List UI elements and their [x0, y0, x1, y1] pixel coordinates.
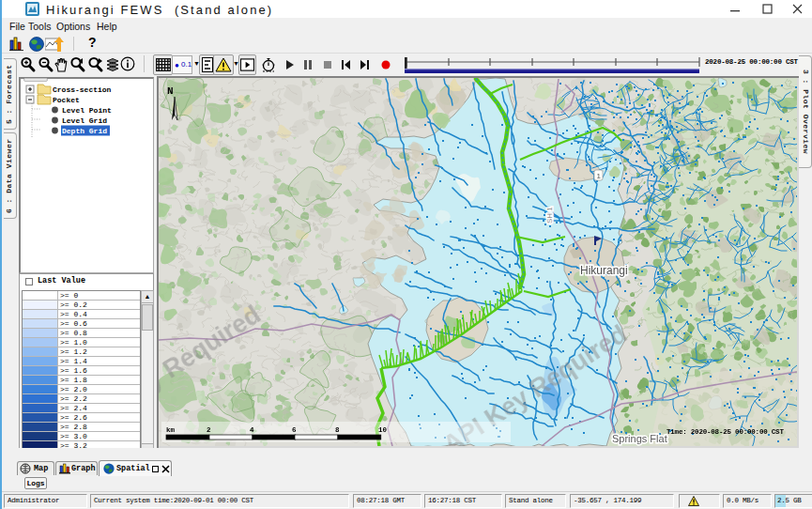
svg-text:Cross-section: Cross-section [53, 85, 112, 94]
svg-text:Level Point: Level Point [62, 106, 112, 115]
svg-text:Time: 2020-08-25 00:00:00 CST: Time: 2020-08-25 00:00:00 CST [666, 428, 784, 436]
svg-text:N: N [167, 85, 174, 97]
svg-text:SH 1: SH 1 [545, 207, 554, 224]
svg-text:1: 1 [597, 172, 602, 180]
svg-text:Hikurangi: Hikurangi [580, 264, 628, 277]
svg-text:8: 8 [335, 426, 340, 434]
svg-text:Springs Flat: Springs Flat [612, 433, 667, 444]
svg-text:Level Grid: Level Grid [62, 116, 107, 125]
svg-text:6: 6 [292, 426, 297, 434]
svg-text:Pocket: Pocket [53, 96, 80, 104]
svg-text:Depth Grid: Depth Grid [62, 127, 107, 135]
svg-text:2: 2 [207, 426, 211, 434]
svg-text:4: 4 [250, 426, 254, 434]
svg-text:10: 10 [378, 426, 388, 434]
svg-text:km: km [166, 426, 176, 434]
